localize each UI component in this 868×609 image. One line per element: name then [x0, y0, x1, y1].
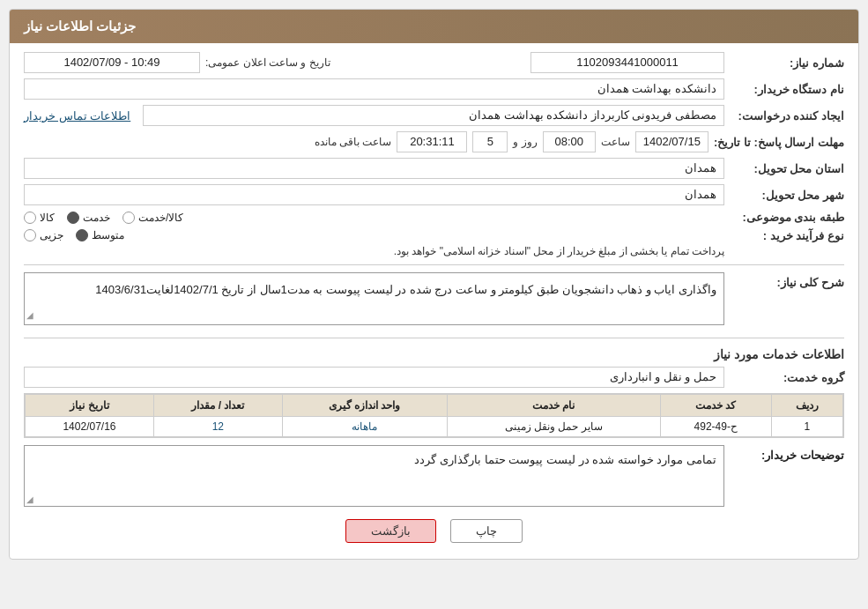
city-row: شهر محل تحویل: همدان: [24, 184, 844, 205]
purchase-type-radio-group: متوسط جزیی: [24, 229, 724, 241]
radio-kala-label: کالا: [40, 212, 55, 224]
radio-kala-khedmat-label: کالا/خدمت: [138, 212, 183, 224]
buyer-notes-label: توضیحات خریدار:: [730, 445, 844, 462]
print-button[interactable]: چاپ: [450, 519, 523, 543]
date-label: تاریخ و ساعت اعلان عمومی:: [205, 56, 330, 69]
back-button[interactable]: بازگشت: [345, 519, 436, 543]
cell-service-name: سایر حمل ونقل زمینی: [447, 417, 660, 437]
service-group-row: گروه خدمت: حمل و نقل و انبارداری: [24, 367, 844, 388]
description-label: شرح کلی نیاز:: [730, 272, 844, 289]
buyer-notes-row: توضیحات خریدار: تمامی موارد خواسته شده د…: [24, 445, 844, 507]
purchase-type-option-jozii[interactable]: جزیی: [24, 229, 63, 241]
services-section-title: اطلاعات خدمات مورد نیاز: [24, 347, 844, 361]
category-option-kala[interactable]: کالا: [24, 212, 55, 224]
resize-icon: ◢: [26, 308, 33, 323]
page-title: جزئیات اطلاعات نیاز: [24, 19, 136, 33]
services-table-wrapper: ردیف کد خدمت نام خدمت واحد اندازه گیری ت…: [24, 393, 844, 438]
col-quantity: تعداد / مقدار: [153, 395, 282, 417]
buyer-org-label: نام دستگاه خریدار:: [730, 83, 844, 96]
deadline-row: مهلت ارسال پاسخ: تا تاریخ: 1402/07/15 سا…: [24, 131, 844, 152]
main-card: جزئیات اطلاعات نیاز شماره نیاز: 11020934…: [9, 9, 859, 560]
radio-khedmat-icon: [67, 212, 79, 224]
table-header-row: ردیف کد خدمت نام خدمت واحد اندازه گیری ت…: [26, 395, 843, 417]
deadline-days-label: روز و: [513, 136, 537, 148]
category-option-kala-khedmat[interactable]: کالا/خدمت: [122, 212, 183, 224]
deadline-time: 08:00: [543, 131, 596, 152]
requester-label: ایجاد کننده درخواست:: [730, 109, 844, 123]
need-number-row: شماره نیاز: 1102093441000011 تاریخ و ساع…: [24, 52, 844, 73]
divider-2: [24, 338, 844, 338]
service-group-label: گروه خدمت:: [730, 371, 844, 384]
buyer-org-value: دانشکده بهداشت همدان: [24, 78, 724, 100]
table-row: 1 ح-49-492 سایر حمل ونقل زمینی ماهانه 12…: [26, 417, 843, 437]
divider-1: [24, 264, 844, 265]
cell-quantity: 12: [153, 417, 282, 437]
category-radio-group: کالا/خدمت خدمت کالا: [24, 212, 724, 224]
buyer-notes-resize-icon: ◢: [26, 494, 33, 504]
buyer-notes-value: تمامی موارد خواسته شده در لیست پیوست حتم…: [24, 445, 724, 507]
purchase-type-row: نوع فرآیند خرید : متوسط جزیی پرداخت تمام…: [24, 229, 844, 257]
deadline-date: 1402/07/15: [635, 131, 708, 152]
description-row: شرح کلی نیاز: واگذاری ایاب و ذهاب دانشجو…: [24, 272, 844, 330]
province-label: استان محل تحویل:: [730, 162, 844, 175]
radio-motavas-icon: [76, 229, 88, 241]
buyer-org-row: نام دستگاه خریدار: دانشکده بهداشت همدان: [24, 78, 844, 100]
province-value: همدان: [24, 158, 724, 179]
need-number-label: شماره نیاز:: [730, 56, 844, 70]
radio-kala-khedmat-icon: [122, 212, 135, 224]
contact-link[interactable]: اطلاعات تماس خریدار: [24, 109, 130, 123]
requester-value: مصطفی فریدونی کاربرداز دانشکده بهداشت هم…: [143, 105, 724, 126]
purchase-type-option-motavas[interactable]: متوسط: [76, 229, 124, 241]
action-buttons: چاپ بازگشت: [24, 519, 844, 543]
cell-unit: ماهانه: [282, 417, 447, 437]
col-service-code: کد خدمت: [660, 395, 771, 417]
page-wrapper: جزئیات اطلاعات نیاز شماره نیاز: 11020934…: [0, 0, 868, 568]
deadline-remaining-label: ساعت باقی مانده: [315, 136, 392, 148]
radio-khedmat-label: خدمت: [83, 212, 110, 224]
category-option-khedmat[interactable]: خدمت: [67, 212, 110, 224]
city-value: همدان: [24, 184, 724, 205]
purchase-type-label: نوع فرآیند خرید :: [730, 229, 844, 242]
content-area: شماره نیاز: 1102093441000011 تاریخ و ساع…: [10, 43, 858, 559]
category-label: طبقه بندی موضوعی:: [730, 211, 844, 224]
purchase-type-note: پرداخت تمام یا بخشی از مبلغ خریدار از مح…: [24, 245, 724, 257]
col-date: تاریخ نیاز: [26, 395, 154, 417]
col-unit: واحد اندازه گیری: [282, 395, 447, 417]
description-value: واگذاری ایاب و ذهاب دانشجویان طبق کیلومت…: [24, 272, 724, 325]
cell-service-code: ح-49-492: [660, 417, 771, 437]
page-header: جزئیات اطلاعات نیاز: [10, 10, 858, 43]
radio-kala-icon: [24, 212, 36, 224]
deadline-time-label: ساعت: [601, 136, 630, 148]
category-row: طبقه بندی موضوعی: کالا/خدمت خدمت کالا: [24, 211, 844, 224]
city-label: شهر محل تحویل:: [730, 189, 844, 202]
date-value: 1402/07/09 - 10:49: [24, 52, 200, 73]
requester-row: ایجاد کننده درخواست: مصطفی فریدونی کاربر…: [24, 105, 844, 126]
deadline-remaining: 20:31:11: [397, 131, 467, 152]
need-number-value: 1102093441000011: [530, 52, 724, 73]
cell-date: 1402/07/16: [26, 417, 154, 437]
deadline-days: 5: [472, 131, 508, 152]
deadline-label: مهلت ارسال پاسخ: تا تاریخ:: [714, 136, 844, 149]
radio-jozii-label: جزیی: [40, 229, 63, 241]
service-group-value: حمل و نقل و انبارداری: [24, 367, 724, 388]
radio-motavas-label: متوسط: [92, 229, 124, 241]
province-row: استان محل تحویل: همدان: [24, 158, 844, 179]
services-table: ردیف کد خدمت نام خدمت واحد اندازه گیری ت…: [25, 394, 843, 437]
cell-row-num: 1: [771, 417, 842, 437]
col-row-num: ردیف: [771, 395, 842, 417]
col-service-name: نام خدمت: [447, 395, 660, 417]
radio-jozii-icon: [24, 229, 36, 241]
